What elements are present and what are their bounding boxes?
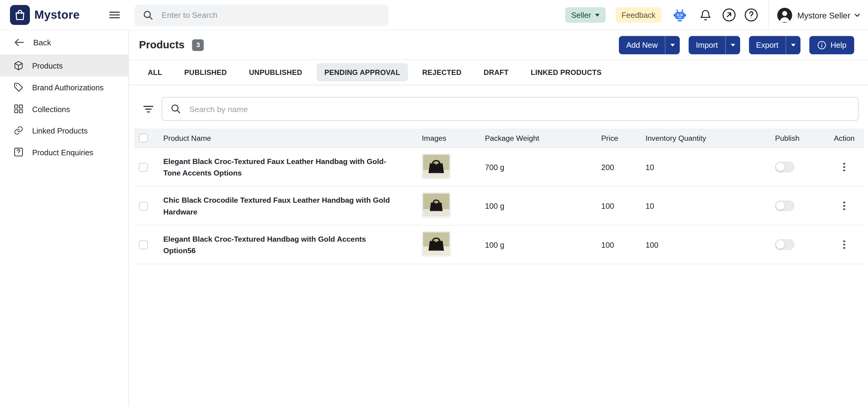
- product-search[interactable]: [162, 97, 859, 121]
- package-weight-value: 100 g: [485, 240, 601, 249]
- seller-menu-button[interactable]: Seller: [565, 7, 606, 23]
- sidebar-item-product-enquiries[interactable]: Product Enquiries: [0, 141, 129, 163]
- assistant-bot-button[interactable]: [673, 8, 687, 22]
- toggle-knob: [776, 202, 785, 210]
- search-icon: [170, 104, 181, 114]
- price-value: 100: [601, 240, 646, 249]
- sidebar-item-linked-products[interactable]: Linked Products: [0, 120, 129, 141]
- product-image: [422, 153, 451, 178]
- account-name: Mystore Seller: [797, 10, 850, 20]
- shopping-bag-icon: [14, 9, 26, 21]
- help-label: Help: [831, 40, 846, 49]
- person-icon: [777, 7, 792, 23]
- publish-toggle[interactable]: [775, 162, 794, 173]
- toggle-knob: [776, 163, 785, 171]
- tab-rejected[interactable]: REJECTED: [414, 63, 469, 82]
- sidebar-item-products[interactable]: Products: [0, 55, 129, 77]
- header-divider: [768, 0, 769, 30]
- package-icon: [13, 60, 24, 71]
- brand[interactable]: Mystore: [10, 5, 80, 25]
- visit-store-button[interactable]: [722, 8, 736, 22]
- search-icon: [143, 10, 153, 20]
- tab-unpublished[interactable]: UNPUBLISHED: [241, 63, 310, 82]
- arrow-left-icon: [13, 36, 25, 48]
- publish-toggle[interactable]: [775, 201, 794, 211]
- back-label: Back: [33, 38, 51, 47]
- select-all-checkbox[interactable]: [139, 134, 148, 142]
- status-tabs: ALL PUBLISHED UNPUBLISHED PENDING APPROV…: [129, 60, 868, 85]
- handbag-image: [423, 193, 450, 216]
- main-content: Products 3 Add New Import Export: [129, 30, 868, 406]
- tab-linked-products[interactable]: LINKED PRODUCTS: [523, 63, 609, 82]
- mystore-logo: [10, 5, 30, 25]
- help-button[interactable]: Help: [809, 36, 854, 54]
- chevron-down-icon: [791, 44, 796, 46]
- product-name: Chic Black Crocodile Textured Faux Leath…: [163, 194, 422, 218]
- chevron-down-icon: [853, 11, 862, 19]
- package-weight-value: 100 g: [485, 202, 601, 210]
- robot-icon: [673, 8, 687, 22]
- feedback-button[interactable]: Feedback: [615, 7, 661, 23]
- price-value: 100: [601, 202, 646, 210]
- row-checkbox[interactable]: [139, 163, 148, 171]
- table-row: Elegant Black Croc-Textured Faux Leather…: [134, 148, 864, 187]
- handbag-image: [423, 232, 450, 255]
- row-checkbox[interactable]: [139, 202, 148, 210]
- sidebar-item-label: Product Enquiries: [32, 148, 93, 156]
- import-button[interactable]: Import: [689, 36, 740, 54]
- add-new-button[interactable]: Add New: [619, 36, 680, 54]
- global-search[interactable]: [134, 4, 389, 26]
- header-left: Mystore: [0, 5, 129, 25]
- help-center-button[interactable]: [744, 8, 758, 22]
- enquiry-icon: [13, 147, 24, 157]
- products-table: Product Name Images Package Weight Price…: [134, 129, 864, 264]
- sidebar-item-brand-authorizations[interactable]: Brand Authorizations: [0, 77, 129, 98]
- tab-draft[interactable]: DRAFT: [476, 63, 517, 82]
- add-new-dropdown-toggle[interactable]: [665, 36, 680, 54]
- row-checkbox[interactable]: [139, 240, 148, 249]
- row-actions-menu-button[interactable]: [840, 198, 848, 213]
- publish-toggle[interactable]: [775, 239, 794, 250]
- column-header-product-name: Product Name: [163, 134, 422, 142]
- sidebar-toggle-button[interactable]: [108, 8, 121, 22]
- external-link-icon: [722, 8, 736, 22]
- tab-all[interactable]: ALL: [140, 63, 170, 82]
- page-header: Products 3 Add New Import Export: [129, 30, 868, 60]
- package-weight-value: 700 g: [485, 163, 601, 171]
- chevron-down-icon: [595, 13, 599, 16]
- import-dropdown-toggle[interactable]: [725, 36, 740, 54]
- empty-area: [129, 264, 868, 406]
- filter-button[interactable]: [142, 103, 154, 115]
- page-actions: Add New Import Export Help: [619, 36, 854, 54]
- hamburger-icon: [108, 8, 121, 22]
- table-row: Elegant Black Croc-Textured Handbag with…: [134, 226, 864, 264]
- filter-icon: [142, 103, 154, 115]
- bell-icon: [699, 8, 712, 21]
- row-actions-menu-button[interactable]: [840, 237, 848, 252]
- tab-pending-approval[interactable]: PENDING APPROVAL: [317, 63, 408, 82]
- export-dropdown-toggle[interactable]: [785, 36, 801, 54]
- column-header-publish: Publish: [766, 134, 825, 142]
- question-circle-icon: [744, 8, 758, 22]
- filter-row: [129, 97, 868, 121]
- tab-published[interactable]: PUBLISHED: [177, 63, 235, 82]
- column-header-price: Price: [601, 134, 646, 142]
- row-actions-menu-button[interactable]: [840, 160, 848, 175]
- add-new-label: Add New: [619, 40, 665, 49]
- info-icon: [817, 40, 827, 50]
- app-root: Mystore Seller Feedback: [0, 0, 868, 406]
- feedback-label: Feedback: [621, 10, 655, 19]
- export-button[interactable]: Export: [749, 36, 800, 54]
- sidebar: Back Products Brand Authorizations Colle…: [0, 30, 129, 406]
- tag-icon: [13, 82, 24, 92]
- back-button[interactable]: Back: [0, 30, 129, 55]
- account-menu[interactable]: Mystore Seller: [777, 7, 861, 23]
- seller-menu-label: Seller: [571, 10, 591, 19]
- sidebar-item-collections[interactable]: Collections: [0, 98, 129, 120]
- product-search-input[interactable]: [188, 104, 850, 114]
- global-search-input[interactable]: [161, 10, 380, 20]
- product-image: [422, 192, 451, 218]
- sidebar-item-label: Collections: [32, 105, 70, 113]
- product-image: [422, 231, 451, 256]
- notifications-button[interactable]: [699, 8, 712, 21]
